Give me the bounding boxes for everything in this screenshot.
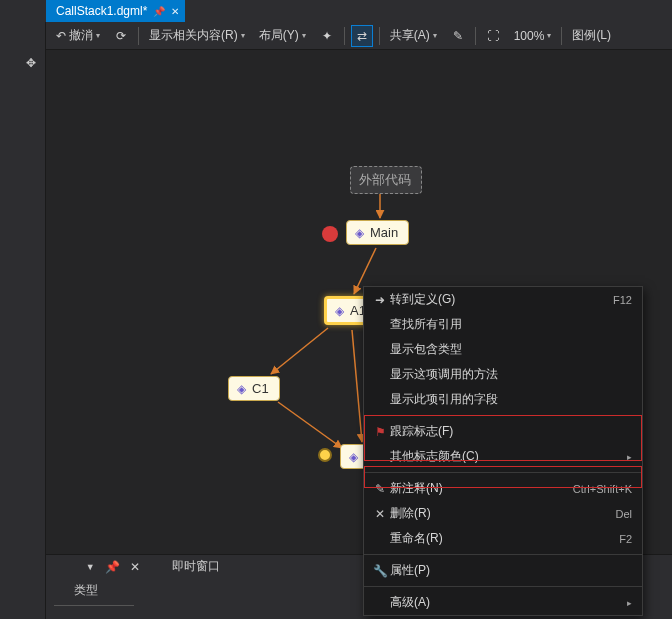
flag-icon: ⚑ — [370, 425, 390, 439]
menu-item-findref[interactable]: 查找所有引用 — [364, 312, 642, 337]
menu-item-delete[interactable]: ✕删除(R)Del — [364, 501, 642, 526]
filter-button[interactable]: ✦ — [316, 25, 338, 47]
svg-line-4 — [352, 330, 362, 442]
undo-label: 撤消 — [69, 27, 93, 44]
svg-line-2 — [271, 328, 328, 374]
method-icon: ◈ — [355, 226, 364, 240]
separator — [475, 27, 476, 45]
show-related-button[interactable]: 显示相关内容(R) ▾ — [145, 25, 249, 46]
menu-item-label: 重命名(R) — [390, 530, 619, 547]
pin-icon[interactable]: 📌 — [105, 560, 120, 574]
undo-button[interactable]: ↶ 撤消 ▾ — [52, 25, 104, 46]
node-main[interactable]: ◈ Main — [346, 220, 409, 245]
sync-icon: ⇄ — [357, 29, 367, 43]
menu-item-label: 显示包含类型 — [390, 341, 632, 358]
fit-icon: ⛶ — [487, 29, 499, 43]
wrench-icon: 🔧 — [370, 564, 390, 578]
chevron-down-icon: ▾ — [433, 31, 437, 40]
legend-label: 图例(L) — [572, 27, 611, 44]
chevron-right-icon: ▸ — [627, 598, 632, 608]
node-label: Main — [370, 225, 398, 240]
split-handle-icon[interactable]: ✥ — [24, 56, 38, 70]
menu-separator — [364, 415, 642, 416]
menu-item-rename[interactable]: 重命名(R)F2 — [364, 526, 642, 551]
menu-item-label: 显示此项引用的字段 — [390, 391, 632, 408]
method-icon: ◈ — [349, 450, 358, 464]
goto-icon: ➜ — [370, 293, 390, 307]
tab-title: CallStack1.dgml* — [56, 4, 147, 18]
chevron-right-icon: ▸ — [627, 452, 632, 462]
tab-strip: CallStack1.dgml* 📌 ✕ — [0, 0, 672, 22]
refresh-icon: ⟳ — [116, 29, 126, 43]
node-c1[interactable]: ◈ C1 — [228, 376, 280, 401]
separator — [138, 27, 139, 45]
menu-item-shortcut: Del — [615, 508, 632, 520]
menu-separator — [364, 586, 642, 587]
separator — [379, 27, 380, 45]
menu-item-flagcolor[interactable]: 其他标志颜色(C)▸ — [364, 444, 642, 469]
document-tab[interactable]: CallStack1.dgml* 📌 ✕ — [46, 0, 185, 22]
filter-icon: ✦ — [322, 29, 332, 43]
divider — [54, 605, 134, 606]
delete-icon: ✕ — [370, 507, 390, 521]
menu-item-label: 转到定义(G) — [390, 291, 613, 308]
menu-item-annotate[interactable]: ✎新注释(N)Ctrl+Shift+K — [364, 476, 642, 501]
menu-item-label: 删除(R) — [390, 505, 615, 522]
type-label: 类型 — [74, 582, 98, 599]
menu-item-flag[interactable]: ⚑跟踪标志(F) — [364, 419, 642, 444]
menu-item-label: 跟踪标志(F) — [390, 423, 632, 440]
legend-button[interactable]: 图例(L) — [568, 25, 615, 46]
menu-item-showtype[interactable]: 显示包含类型 — [364, 337, 642, 362]
menu-item-showfields[interactable]: 显示此项引用的字段 — [364, 387, 642, 412]
left-vertical-strip: ✥ — [0, 22, 46, 619]
menu-item-label: 显示这项调用的方法 — [390, 366, 632, 383]
separator — [344, 27, 345, 45]
context-menu: ➜转到定义(G)F12查找所有引用显示包含类型显示这项调用的方法显示此项引用的字… — [363, 286, 643, 616]
close-icon[interactable]: ✕ — [130, 560, 140, 574]
fit-button[interactable]: ⛶ — [482, 25, 504, 47]
menu-item-props[interactable]: 🔧属性(P) — [364, 558, 642, 583]
node-label: 外部代码 — [359, 171, 411, 189]
sync-toggle[interactable]: ⇄ — [351, 25, 373, 47]
menu-item-advanced[interactable]: 高级(A)▸ — [364, 590, 642, 615]
separator — [561, 27, 562, 45]
chevron-down-icon: ▾ — [241, 31, 245, 40]
menu-item-label: 其他标志颜色(C) — [390, 448, 623, 465]
pin-icon[interactable]: 📌 — [153, 6, 165, 17]
zoom-dropdown[interactable]: 100% ▾ — [510, 27, 556, 45]
current-frame-dot-icon[interactable] — [318, 448, 332, 462]
annotate-button[interactable]: ✎ — [447, 25, 469, 47]
layout-button[interactable]: 布局(Y) ▾ — [255, 25, 310, 46]
svg-line-3 — [278, 402, 342, 448]
close-icon[interactable]: ✕ — [171, 6, 179, 17]
menu-item-label: 高级(A) — [390, 594, 623, 611]
layout-label: 布局(Y) — [259, 27, 299, 44]
share-button[interactable]: 共享(A) ▾ — [386, 25, 441, 46]
menu-item-shortcut: F12 — [613, 294, 632, 306]
node-external-code[interactable]: 外部代码 — [350, 166, 422, 194]
immediate-window-title[interactable]: 即时窗口 — [172, 558, 220, 575]
dropdown-arrow-icon[interactable]: ▼ — [86, 562, 95, 572]
undo-icon: ↶ — [56, 29, 66, 43]
toolbar: ↶ 撤消 ▾ ⟳ 显示相关内容(R) ▾ 布局(Y) ▾ ✦ ⇄ 共享(A) ▾… — [46, 22, 672, 50]
method-icon: ◈ — [335, 304, 344, 318]
menu-separator — [364, 554, 642, 555]
menu-item-shortcut: F2 — [619, 533, 632, 545]
menu-item-goto[interactable]: ➜转到定义(G)F12 — [364, 287, 642, 312]
menu-item-label: 属性(P) — [390, 562, 632, 579]
menu-item-label: 新注释(N) — [390, 480, 573, 497]
breakpoint-dot-icon[interactable] — [322, 226, 338, 242]
menu-separator — [364, 472, 642, 473]
note-icon: ✎ — [370, 482, 390, 496]
refresh-button[interactable]: ⟳ — [110, 25, 132, 47]
node-label: C1 — [252, 381, 269, 396]
chevron-down-icon: ▾ — [96, 31, 100, 40]
method-icon: ◈ — [237, 382, 246, 396]
share-label: 共享(A) — [390, 27, 430, 44]
menu-item-label: 查找所有引用 — [390, 316, 632, 333]
chevron-down-icon: ▾ — [547, 31, 551, 40]
zoom-value: 100% — [514, 29, 545, 43]
menu-item-shortcut: Ctrl+Shift+K — [573, 483, 632, 495]
note-icon: ✎ — [453, 29, 463, 43]
menu-item-showcalls[interactable]: 显示这项调用的方法 — [364, 362, 642, 387]
